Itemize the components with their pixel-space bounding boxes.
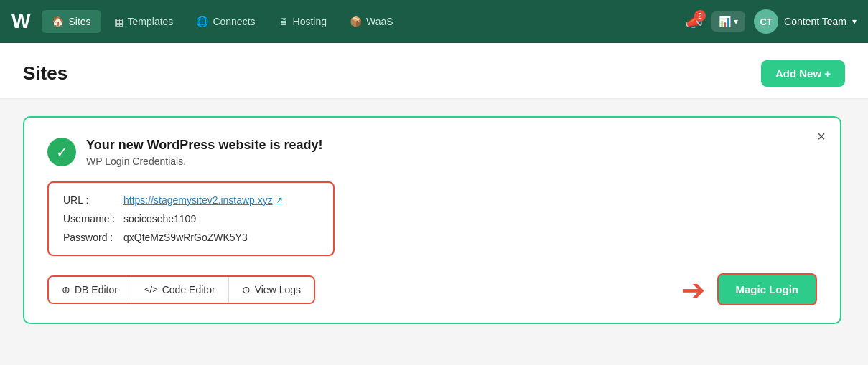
user-name: Content Team — [784, 16, 846, 27]
password-row: Password : qxQteMzS9wRrGoZWK5Y3 — [63, 232, 319, 243]
username-row: Username : socicosehe1109 — [63, 213, 319, 224]
user-menu[interactable]: CT Content Team ▾ — [754, 9, 857, 34]
db-icon: ⊕ — [62, 284, 70, 295]
url-link[interactable]: https://stagemysitev2.instawp.xyz ↗ — [123, 194, 283, 206]
bottom-row: ⊕ DB Editor </> Code Editor ⊙ View Logs … — [47, 273, 817, 305]
home-icon: 🏠 — [52, 16, 64, 27]
db-editor-button[interactable]: ⊕ DB Editor — [49, 277, 131, 303]
success-header: ✓ Your new WordPress website is ready! W… — [47, 138, 817, 167]
url-row: URL : https://stagemysitev2.instawp.xyz … — [63, 194, 319, 206]
view-logs-button[interactable]: ⊙ View Logs — [229, 277, 314, 303]
notifications-button[interactable]: 📣 2 — [685, 13, 703, 30]
arrow-container: ➔ — [681, 275, 706, 304]
notification-badge: 2 — [694, 10, 706, 22]
password-value: qxQteMzS9wRrGoZWK5Y3 — [123, 232, 248, 243]
right-arrow-icon: ➔ — [681, 275, 706, 304]
logs-icon: ⊙ — [242, 284, 251, 295]
globe-icon: 🌐 — [196, 16, 208, 27]
notification-card: × ✓ Your new WordPress website is ready!… — [23, 116, 841, 324]
magic-login-button[interactable]: Magic Login — [717, 273, 818, 305]
waas-icon: 📦 — [350, 16, 362, 27]
close-button[interactable]: × — [817, 129, 826, 143]
success-icon: ✓ — [47, 138, 76, 166]
sub-message: WP Login Credentials. — [86, 156, 322, 167]
nav-item-connects[interactable]: 🌐 Connects — [186, 10, 265, 33]
code-icon: </> — [144, 284, 158, 295]
external-link-icon: ↗ — [276, 195, 283, 205]
success-text: Your new WordPress website is ready! WP … — [86, 138, 322, 167]
user-chevron-icon: ▾ — [852, 16, 857, 27]
analytics-button[interactable]: 📊 ▾ — [711, 11, 745, 32]
add-new-button[interactable]: Add New + — [761, 60, 845, 87]
chevron-down-icon: ▾ — [734, 16, 738, 27]
username-value: socicosehe1109 — [123, 213, 196, 224]
main-header: Sites Add New + — [0, 43, 868, 99]
nav-item-templates[interactable]: ▦ Templates — [104, 10, 184, 33]
avatar: CT — [754, 9, 778, 34]
logo: W — [11, 10, 30, 33]
url-label: URL : — [63, 194, 121, 206]
nav-item-hosting[interactable]: 🖥 Hosting — [269, 10, 337, 33]
nav-item-waas[interactable]: 📦 WaaS — [340, 10, 403, 33]
credentials-box: URL : https://stagemysitev2.instawp.xyz … — [47, 181, 335, 256]
success-message: Your new WordPress website is ready! — [86, 138, 322, 153]
username-label: Username : — [63, 213, 121, 224]
code-editor-button[interactable]: </> Code Editor — [131, 277, 229, 303]
templates-icon: ▦ — [114, 16, 123, 27]
navbar-right: 📣 2 📊 ▾ CT Content Team ▾ — [685, 9, 857, 34]
hosting-icon: 🖥 — [279, 16, 289, 27]
action-buttons: ⊕ DB Editor </> Code Editor ⊙ View Logs — [47, 275, 315, 304]
page-title: Sites — [23, 62, 67, 85]
right-actions: ➔ Magic Login — [681, 273, 818, 305]
navbar: W 🏠 Sites ▦ Templates 🌐 Connects 🖥 Hosti… — [0, 0, 868, 43]
password-label: Password : — [63, 232, 121, 243]
nav-item-sites[interactable]: 🏠 Sites — [42, 10, 101, 33]
chart-icon: 📊 — [719, 16, 731, 27]
card-area: × ✓ Your new WordPress website is ready!… — [0, 99, 868, 365]
